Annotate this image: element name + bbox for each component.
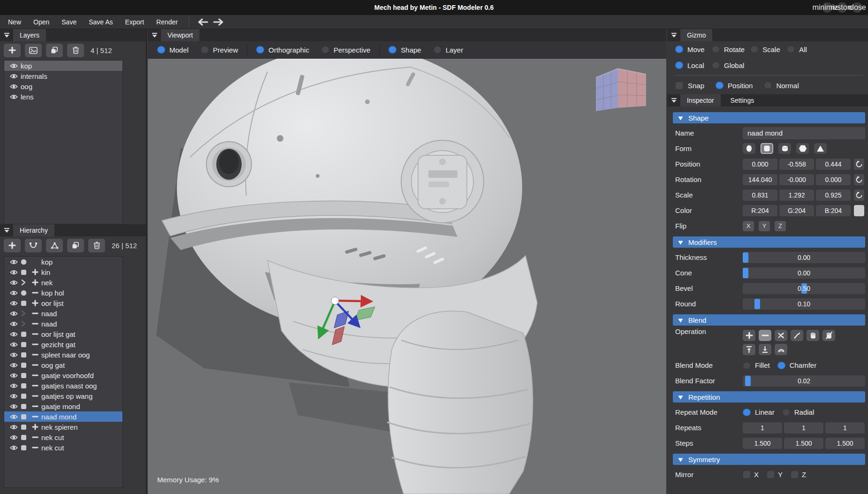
visibility-eye-icon[interactable] [10,269,21,275]
menu-item-render[interactable]: Render [150,15,184,29]
visibility-eye-icon[interactable] [10,445,21,451]
hierarchy-row[interactable]: kin [4,267,122,277]
close-button[interactable]: close [852,2,862,13]
visibility-eye-icon[interactable] [10,414,21,420]
visibility-eye-icon[interactable] [10,393,21,399]
layer-row[interactable]: kop [4,61,122,71]
hierarchy-group-button[interactable] [46,239,63,252]
reset-icon[interactable] [854,159,864,170]
radio-gizmo-local[interactable]: Local [675,61,706,69]
visibility-eye-icon[interactable] [10,73,21,79]
radio-repeat-mode-radial[interactable]: Radial [782,408,815,416]
visibility-eye-icon[interactable] [10,434,21,441]
color-field[interactable]: R:204 [743,205,777,216]
menu-item-save-as[interactable]: Save As [83,15,119,29]
rotation-field[interactable]: -0.000 [779,174,814,185]
color-swatch[interactable] [854,205,864,216]
form-sphere-button[interactable] [743,143,755,154]
visibility-eye-icon[interactable] [10,94,21,100]
collapse-all-icon[interactable] [152,32,158,38]
snap-checkbox[interactable] [675,82,683,90]
forward-arrow-button[interactable] [211,16,226,28]
tab-viewport[interactable]: Viewport [161,29,199,41]
steps-field[interactable]: 1.500 [743,438,782,449]
radio-repeat-mode-linear[interactable]: Linear [743,408,775,416]
mirror-x[interactable]: X [743,471,759,479]
menu-item-export[interactable]: Export [119,15,150,29]
collapse-all-icon[interactable] [4,32,10,38]
visibility-eye-icon[interactable] [10,280,21,286]
hierarchy-spline-button[interactable] [25,239,42,252]
radio-blend-mode-chamfer[interactable]: Chamfer [777,361,817,369]
visibility-eye-icon[interactable] [10,321,21,327]
hierarchy-row[interactable]: oor lijst [4,298,122,308]
collapse-all-icon[interactable] [4,228,10,233]
form-cone-button[interactable] [814,143,827,154]
hierarchy-row[interactable]: gaatjes op wang [4,391,122,401]
radio-gizmo-move[interactable]: Move [675,46,706,53]
op-ungrab-button[interactable] [822,330,835,341]
scale-field[interactable]: 1.292 [779,190,814,201]
radio-viewport-preview[interactable]: Preview [201,46,238,54]
hierarchy-row[interactable]: nek [4,277,122,288]
menu-item-save[interactable]: Save [55,15,83,29]
mirror-y[interactable]: Y [767,471,783,479]
layers-image-button[interactable] [25,44,42,57]
color-field[interactable]: G:204 [779,205,814,216]
section-header-blend[interactable]: Blend [673,314,865,326]
mirror-checkbox[interactable] [791,471,799,479]
layers-add-button[interactable] [4,44,21,57]
hierarchy-duplicate-button[interactable] [67,239,84,252]
viewport-canvas[interactable]: Memory Usage: 9% [148,59,666,494]
collapse-all-icon[interactable] [671,32,677,38]
hierarchy-row[interactable]: gaatje voorhoofd [4,370,122,380]
mirror-checkbox[interactable] [767,471,775,479]
hierarchy-row[interactable]: naad mond [4,411,122,422]
flip-y-button[interactable]: Y [759,221,770,231]
op-add-button[interactable] [743,330,755,341]
cone-row-slider[interactable]: 0.00 [743,267,865,279]
visibility-eye-icon[interactable] [10,311,21,317]
navigation-cube[interactable] [596,68,646,111]
scale-field[interactable]: 0.925 [816,190,851,201]
steps-field[interactable]: 1.500 [784,438,823,449]
op-to-top-button[interactable] [743,344,755,355]
op-grab-button[interactable] [807,330,819,341]
hierarchy-row[interactable]: gaatje mond [4,401,122,411]
radio-gizmo-all[interactable]: All [787,46,818,53]
hierarchy-delete-button[interactable] [88,239,105,252]
visibility-eye-icon[interactable] [10,84,21,90]
radio-gizmo-scale[interactable]: Scale [750,46,781,53]
rotation-field[interactable]: 144.040 [743,174,777,185]
menu-item-open[interactable]: Open [27,15,55,29]
hierarchy-row[interactable]: kop [4,257,122,267]
hierarchy-row[interactable]: naad [4,319,122,329]
visibility-eye-icon[interactable] [10,331,21,337]
section-header-repetition[interactable]: Repetition [673,391,865,403]
radio-snap-normal[interactable]: Normal [764,82,799,90]
collapse-all-icon[interactable] [671,98,677,103]
layers-duplicate-button[interactable] [46,44,63,57]
visibility-eye-icon[interactable] [10,362,21,368]
radio-viewport-shape[interactable]: Shape [388,46,421,54]
position-field[interactable]: 0.000 [743,159,777,170]
radio-blend-mode-fillet[interactable]: Fillet [743,361,770,369]
visibility-eye-icon[interactable] [10,290,21,296]
blend-factor-row-slider[interactable]: 0.02 [743,375,865,387]
repeats-field[interactable]: 1 [743,422,782,433]
radio-snap-position[interactable]: Position [716,82,753,90]
op-subtract-button[interactable] [759,330,771,341]
radio-viewport-layer[interactable]: Layer [434,46,464,54]
layers-delete-button[interactable] [67,44,84,57]
flip-x-button[interactable]: X [743,221,754,231]
hierarchy-add-button[interactable] [4,239,21,252]
visibility-eye-icon[interactable] [10,403,21,410]
repeats-field[interactable]: 1 [784,422,823,433]
position-field[interactable]: 0.444 [816,159,851,170]
hierarchy-row[interactable]: naad [4,308,122,319]
tab-settings[interactable]: Settings [724,94,761,106]
visibility-eye-icon[interactable] [10,342,21,348]
scale-field[interactable]: 0.831 [743,190,777,201]
visibility-eye-icon[interactable] [10,383,21,389]
tab-hierarchy[interactable]: Hierarchy [13,224,54,236]
